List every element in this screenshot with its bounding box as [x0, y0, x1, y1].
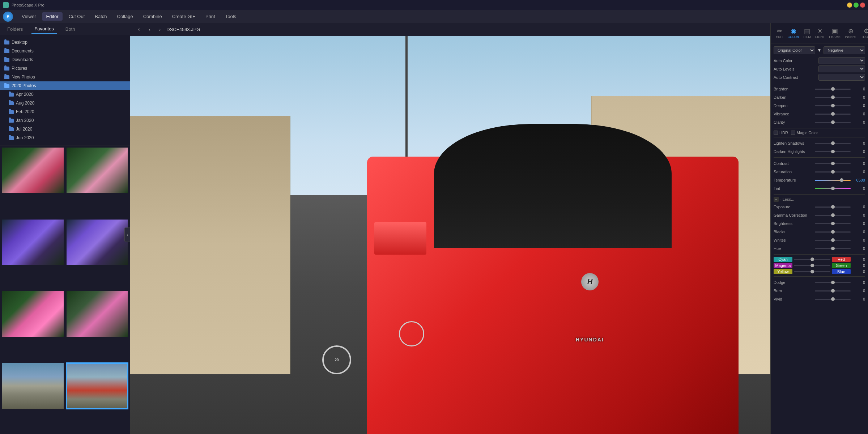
sidebar-item-2020-photos[interactable]: 2020 Photos [0, 81, 130, 90]
prev-image-button[interactable]: ‹ [146, 26, 153, 33]
dodge-value: 0 [852, 280, 865, 285]
less-button[interactable]: − - Less... [774, 197, 865, 202]
folder-icon [9, 136, 14, 140]
tab-favorites[interactable]: Favorites [31, 25, 56, 34]
tool-light-button[interactable]: ☀ LIGHT [813, 26, 827, 40]
thumbnail-1[interactable] [1, 147, 64, 194]
gamma-slider[interactable] [815, 215, 851, 216]
hue-slider[interactable] [815, 248, 851, 249]
saturation-slider[interactable] [815, 171, 851, 173]
lighten-shadows-slider[interactable] [815, 143, 851, 144]
vibrance-label: Vibrance [774, 112, 813, 116]
tool-insert-button[interactable]: ⊕ INSERT [843, 26, 859, 40]
preset-select[interactable]: Original Color [774, 46, 815, 54]
sidebar-item-pictures[interactable]: Pictures [0, 64, 130, 73]
tab-both[interactable]: Both [63, 25, 78, 33]
thumbnail-grid [0, 145, 130, 434]
contrast-value: 0 [852, 161, 865, 166]
tab-folders[interactable]: Folders [4, 25, 26, 33]
magenta-green-slider[interactable] [794, 265, 830, 266]
vivid-slider[interactable] [815, 299, 851, 300]
tool-icons-bar: ✏ EDIT ◉ COLOR ▤ FILM ☀ LIGHT ▣ FRAME ⊕ … [771, 23, 868, 43]
thumbnail-2[interactable] [66, 147, 129, 194]
sidebar-item-feb-2020[interactable]: Feb 2020 [0, 107, 130, 116]
darken-highlights-slider[interactable] [815, 151, 851, 152]
blacks-slider[interactable] [815, 231, 851, 233]
menu-viewer[interactable]: Viewer [17, 12, 41, 21]
sidebar-item-documents[interactable]: Documents [0, 47, 130, 55]
sidebar-item-jan-2020[interactable]: Jan 2020 [0, 116, 130, 125]
tool-frame-label: FRAME [829, 35, 841, 39]
tool-frame-button[interactable]: ▣ FRAME [827, 26, 843, 40]
menu-batch[interactable]: Batch [90, 12, 111, 21]
auto-color-select[interactable] [818, 57, 865, 64]
sidebar-item-jul-2020[interactable]: Jul 2020 [0, 125, 130, 133]
deepen-value: 0 [852, 103, 865, 108]
next-image-button[interactable]: › [156, 26, 163, 33]
clarity-slider[interactable] [815, 122, 851, 123]
menu-collage[interactable]: Collage [113, 12, 137, 21]
burn-slider[interactable] [815, 290, 851, 292]
close-image-button[interactable]: × [135, 26, 143, 33]
exposure-slider[interactable] [815, 207, 851, 208]
auto-color-row: Auto Color [774, 57, 865, 64]
blacks-value: 0 [852, 230, 865, 234]
tool-edit-button[interactable]: ✏ EDIT [774, 26, 786, 40]
clarity-label: Clarity [774, 120, 813, 124]
car-roof [434, 124, 672, 248]
auto-contrast-select[interactable] [818, 74, 865, 81]
tint-slider[interactable] [815, 188, 851, 189]
contrast-slider[interactable] [815, 163, 851, 164]
tool-color-button[interactable]: ◉ COLOR [786, 26, 801, 40]
menu-editor[interactable]: Editor [42, 12, 63, 21]
sidebar-collapse-button[interactable]: ‹ [124, 227, 130, 242]
tool-film-button[interactable]: ▤ FILM [801, 26, 813, 40]
yellow-blue-slider[interactable] [794, 271, 830, 272]
magic-color-checkbox[interactable]: Magic Color [791, 131, 818, 135]
sidebar-item-new-photos[interactable]: New Photos [0, 73, 130, 81]
preset-row: Original Color ▼ Negative [774, 46, 865, 54]
thumbnail-5[interactable] [1, 290, 64, 337]
brightness-slider[interactable] [815, 223, 851, 224]
temperature-slider[interactable] [815, 180, 851, 181]
auto-levels-select[interactable] [818, 65, 865, 72]
sidebar-item-aug-2020[interactable]: Aug 2020 [0, 99, 130, 107]
whites-value: 0 [852, 238, 865, 242]
menu-tools[interactable]: Tools [221, 12, 241, 21]
sidebar-item-downloads[interactable]: Downloads [0, 55, 130, 64]
divider-6 [774, 254, 865, 255]
brighten-label: Brighten [774, 87, 813, 91]
darken-slider[interactable] [815, 97, 851, 98]
brighten-slider[interactable] [815, 89, 851, 90]
close-button[interactable] [860, 3, 865, 8]
menu-combine[interactable]: Combine [139, 12, 166, 21]
sidebar-item-jun-2020[interactable]: Jun 2020 [0, 133, 130, 142]
folder-label: Desktop [12, 40, 27, 45]
tool-tools-button[interactable]: ⚙ TOOLS [859, 26, 868, 40]
saturation-label: Saturation [774, 170, 813, 174]
dodge-slider[interactable] [815, 282, 851, 283]
whites-slider[interactable] [815, 240, 851, 241]
sidebar-item-desktop[interactable]: Desktop [0, 38, 130, 47]
cyan-red-slider[interactable] [794, 259, 830, 260]
thumbnail-8-selected[interactable] [66, 362, 129, 409]
thumbnail-7[interactable] [1, 362, 64, 409]
thumbnail-3[interactable] [1, 219, 64, 266]
tool-color-label: COLOR [788, 35, 799, 39]
gamma-value: 0 [852, 213, 865, 217]
maximize-button[interactable] [854, 3, 859, 8]
vibrance-slider[interactable] [815, 114, 851, 115]
sidebar-item-apr-2020[interactable]: Apr 2020 [0, 90, 130, 99]
app-title: PhotoScape X Pro [12, 3, 847, 7]
thumbnail-4[interactable] [66, 219, 129, 266]
thumbnail-6[interactable] [66, 290, 129, 337]
menu-cutout[interactable]: Cut Out [64, 12, 89, 21]
menu-print[interactable]: Print [201, 12, 220, 21]
menu-create-gif[interactable]: Create GIF [168, 12, 200, 21]
minimize-button[interactable] [847, 3, 852, 8]
hdr-checkbox[interactable]: HDR [774, 131, 788, 135]
negative-select[interactable]: Negative [824, 46, 865, 54]
folder-label: New Photos [12, 75, 35, 80]
deepen-slider[interactable] [815, 105, 851, 106]
window-controls [847, 3, 865, 8]
